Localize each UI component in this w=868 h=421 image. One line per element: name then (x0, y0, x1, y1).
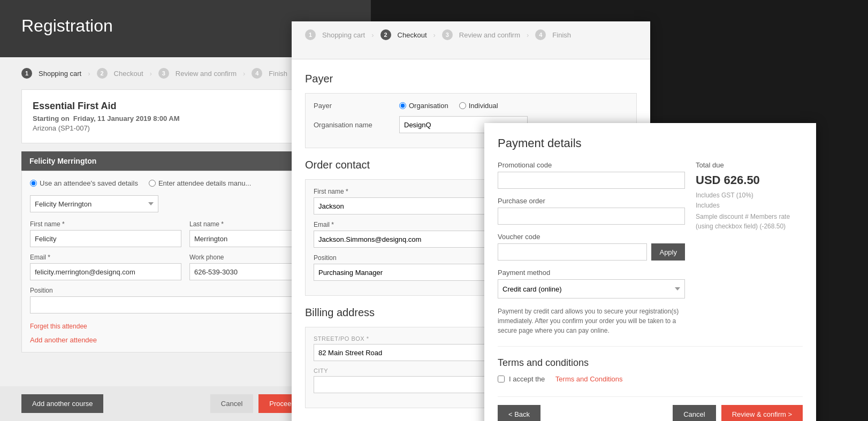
radio-individual-input[interactable] (459, 102, 466, 109)
purchase-order-label: Purchase order (498, 197, 685, 205)
terms-section: Terms and conditions I accept the Terms … (498, 346, 803, 383)
payment-method-label: Payment method (498, 269, 685, 277)
payment-method-select[interactable]: Credit card (online) (498, 279, 685, 298)
panel2-steps: 1 Shopping cart › 2 Checkout › 3 Review … (292, 21, 650, 59)
total-includes: Includes (696, 202, 803, 209)
total-amount: USD 626.50 (696, 173, 803, 187)
promo-input[interactable] (498, 172, 685, 189)
forget-attendee-link[interactable]: Forget this attendee (30, 323, 87, 330)
email-label: Email * (30, 254, 181, 261)
payment-title: Payment details (498, 136, 803, 150)
payment-method-group: Payment method Credit card (online) (498, 269, 685, 298)
email-group: Email * (30, 254, 181, 280)
step4-label: Finish (269, 70, 287, 78)
first-name-input[interactable] (30, 230, 181, 247)
payment-left: Promotional code Purchase order Voucher … (498, 161, 685, 335)
step1-label: Shopping cart (39, 70, 81, 78)
voucher-input[interactable] (498, 243, 647, 261)
radio-individual[interactable]: Individual (459, 102, 498, 110)
payer-label: Payer (314, 102, 399, 110)
p3-cancel-button[interactable]: Cancel (673, 405, 715, 421)
radio-manual-input[interactable] (149, 180, 156, 187)
promo-group: Promotional code (498, 161, 685, 189)
radio-org[interactable]: Organisation (399, 102, 448, 110)
payer-section-title: Payer (305, 73, 637, 85)
p2-step4-label: Finish (552, 31, 571, 39)
total-gst: Includes GST (10%) (696, 192, 803, 199)
panel3-payment: Payment details Promotional code Purchas… (484, 123, 816, 421)
p2-step4-num: 4 (535, 29, 546, 40)
checkout-steps-bar: 1 Shopping cart › 2 Checkout › 3 Review … (305, 29, 637, 40)
purchase-order-input[interactable] (498, 208, 685, 225)
terms-title: Terms and conditions (498, 357, 803, 369)
step2-num: 2 (97, 68, 108, 79)
terms-link[interactable]: Terms and Conditions (555, 375, 623, 383)
promo-label: Promotional code (498, 161, 685, 169)
step1-num: 1 (21, 68, 32, 79)
p2-step1-num: 1 (305, 29, 316, 40)
add-course-button[interactable]: Add another course (21, 394, 103, 413)
total-discount: Sample discount # Members rate (using ch… (696, 212, 803, 231)
voucher-row: Apply (498, 243, 685, 261)
p2-step2-num: 2 (380, 29, 391, 40)
step3-label: Review and confirm (176, 70, 237, 78)
back-button[interactable]: < Back (498, 405, 540, 421)
org-name-label: Organisation name (314, 121, 399, 129)
radio-org-input[interactable] (399, 102, 406, 109)
payment-body: Promotional code Purchase order Voucher … (498, 161, 803, 335)
p2-step3-label: Review and confirm (459, 31, 520, 39)
first-name-label: First name * (30, 220, 181, 228)
terms-checkbox[interactable] (498, 376, 505, 382)
radio-manual[interactable]: Enter attendee details manu... (149, 179, 251, 187)
apply-button[interactable]: Apply (651, 243, 685, 261)
first-name-group: First name * (30, 220, 181, 247)
p2-step3-num: 3 (442, 29, 453, 40)
attendee-select[interactable]: Felicity Merrington (30, 195, 158, 212)
cancel-button[interactable]: Cancel (210, 394, 253, 413)
voucher-label: Voucher code (498, 233, 685, 241)
payer-type-row: Payer Organisation Individual (314, 102, 628, 110)
email-input[interactable] (30, 263, 181, 280)
step4-num: 4 (252, 68, 262, 79)
p2-step1-label: Shopping cart (322, 31, 365, 39)
total-due-label: Total due (696, 161, 803, 169)
radio-saved-input[interactable] (30, 180, 37, 187)
payment-right: Total due USD 626.50 Includes GST (10%) … (696, 161, 803, 335)
voucher-group: Voucher code Apply (498, 233, 685, 261)
step2-label: Checkout (114, 70, 143, 78)
payer-radio-group: Organisation Individual (399, 102, 498, 110)
review-confirm-button[interactable]: Review & confirm > (721, 405, 803, 421)
panel3-right-buttons: Cancel Review & confirm > (673, 405, 803, 421)
radio-saved[interactable]: Use an attendee's saved details (30, 179, 138, 187)
terms-check: I accept the Terms and Conditions (498, 375, 803, 383)
purchase-order-group: Purchase order (498, 197, 685, 225)
panel3-footer: < Back Cancel Review & confirm > (498, 396, 803, 421)
payment-note: Payment by credit card allows you to sec… (498, 307, 685, 335)
step3-num: 3 (158, 68, 169, 79)
p2-step2-label: Checkout (398, 31, 427, 39)
